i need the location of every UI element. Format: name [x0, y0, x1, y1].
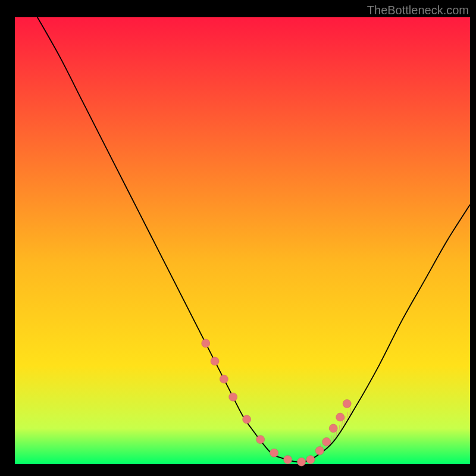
marker-dot	[243, 415, 251, 424]
marker-dot	[329, 424, 337, 433]
marker-dot	[315, 446, 324, 455]
marker-dot	[270, 449, 278, 457]
marker-dot	[211, 357, 219, 365]
bottleneck-chart	[0, 0, 476, 476]
marker-dot	[256, 436, 265, 444]
marker-dot	[336, 413, 345, 421]
plot-background	[14, 17, 470, 464]
marker-dot	[220, 375, 228, 383]
marker-dot	[229, 393, 237, 401]
marker-dot	[343, 399, 351, 408]
marker-dot	[322, 437, 331, 446]
chart-container: TheBottleneck.com	[0, 0, 476, 476]
marker-dot	[298, 458, 306, 466]
marker-dot	[202, 339, 210, 347]
marker-dot	[306, 455, 315, 464]
marker-dot	[284, 455, 292, 464]
